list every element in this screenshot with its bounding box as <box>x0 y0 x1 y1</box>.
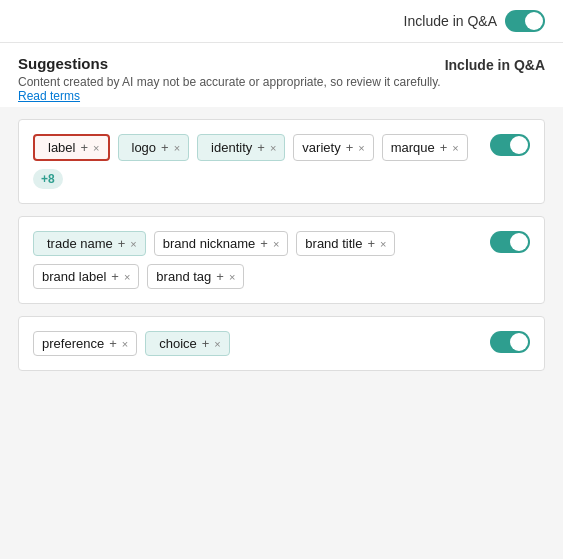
top-bar: Include in Q&A <box>0 0 563 43</box>
read-terms-link[interactable]: Read terms <box>18 89 80 103</box>
tag-marque-close[interactable]: × <box>452 142 458 154</box>
tag-trade-name-plus[interactable]: + <box>118 236 126 251</box>
tag-preference-close[interactable]: × <box>122 338 128 350</box>
suggestions-description: Content created by AI may not be accurat… <box>18 75 445 103</box>
card-2: trade name + × brand nickname + × brand … <box>18 216 545 304</box>
tag-brand-nickname-plus[interactable]: + <box>260 236 268 251</box>
card-2-tags: trade name + × brand nickname + × brand … <box>33 231 530 289</box>
suggestions-info: Suggestions Content created by AI may no… <box>18 55 445 103</box>
tag-choice[interactable]: choice + × <box>145 331 230 356</box>
tag-brand-label-text: brand label <box>42 269 106 284</box>
more-badge-8[interactable]: +8 <box>33 169 63 189</box>
tag-preference[interactable]: preference + × <box>33 331 137 356</box>
tag-marque-text: marque <box>391 140 435 155</box>
tag-brand-title-plus[interactable]: + <box>367 236 375 251</box>
tag-label-plus[interactable]: + <box>80 140 88 155</box>
tag-marque[interactable]: marque + × <box>382 134 468 161</box>
tag-label-close[interactable]: × <box>93 142 99 154</box>
tag-brand-title[interactable]: brand title + × <box>296 231 395 256</box>
main-content: label + × logo + × <box>0 107 563 395</box>
tag-preference-plus[interactable]: + <box>109 336 117 351</box>
card-1-tags: label + × logo + × <box>33 134 530 189</box>
tag-brand-title-text: brand title <box>305 236 362 251</box>
tag-identity-close[interactable]: × <box>270 142 276 154</box>
card-2-toggle[interactable] <box>490 231 530 257</box>
tag-logo-plus[interactable]: + <box>161 140 169 155</box>
tag-identity[interactable]: identity + × <box>197 134 285 161</box>
tag-logo-close[interactable]: × <box>174 142 180 154</box>
tag-brand-tag[interactable]: brand tag + × <box>147 264 244 289</box>
tag-label-text: label <box>48 140 75 155</box>
tag-brand-label-close[interactable]: × <box>124 271 130 283</box>
tag-variety[interactable]: variety + × <box>293 134 373 161</box>
tag-brand-nickname-text: brand nickname <box>163 236 256 251</box>
card-3-toggle[interactable] <box>490 331 530 357</box>
tag-brand-tag-plus[interactable]: + <box>216 269 224 284</box>
tag-brand-label-plus[interactable]: + <box>111 269 119 284</box>
card-3: preference + × choice + × <box>18 316 545 371</box>
tag-brand-tag-text: brand tag <box>156 269 211 284</box>
tag-marque-plus[interactable]: + <box>440 140 448 155</box>
topbar-toggle-label: Include in Q&A <box>404 13 497 29</box>
tag-choice-plus[interactable]: + <box>202 336 210 351</box>
column-header: Include in Q&A <box>445 57 545 73</box>
tag-preference-text: preference <box>42 336 104 351</box>
tag-trade-name-text: trade name <box>47 236 113 251</box>
tag-choice-close[interactable]: × <box>214 338 220 350</box>
tag-brand-label[interactable]: brand label + × <box>33 264 139 289</box>
tag-identity-plus[interactable]: + <box>257 140 265 155</box>
tag-logo-text: logo <box>132 140 157 155</box>
tag-choice-text: choice <box>159 336 197 351</box>
card-1: label + × logo + × <box>18 119 545 204</box>
tag-trade-name-close[interactable]: × <box>130 238 136 250</box>
tag-variety-plus[interactable]: + <box>346 140 354 155</box>
tag-variety-close[interactable]: × <box>358 142 364 154</box>
topbar-toggle[interactable] <box>505 10 545 32</box>
card-3-tags: preference + × choice + × <box>33 331 530 356</box>
tag-logo[interactable]: logo + × <box>118 134 190 161</box>
tag-brand-nickname[interactable]: brand nickname + × <box>154 231 289 256</box>
suggestions-header: Suggestions Content created by AI may no… <box>0 43 563 107</box>
suggestions-heading: Suggestions <box>18 55 445 72</box>
tag-trade-name[interactable]: trade name + × <box>33 231 146 256</box>
tag-brand-title-close[interactable]: × <box>380 238 386 250</box>
tag-brand-nickname-close[interactable]: × <box>273 238 279 250</box>
card-1-toggle[interactable] <box>490 134 530 160</box>
tag-label[interactable]: label + × <box>33 134 110 161</box>
tag-identity-text: identity <box>211 140 252 155</box>
tag-brand-tag-close[interactable]: × <box>229 271 235 283</box>
tag-variety-text: variety <box>302 140 340 155</box>
